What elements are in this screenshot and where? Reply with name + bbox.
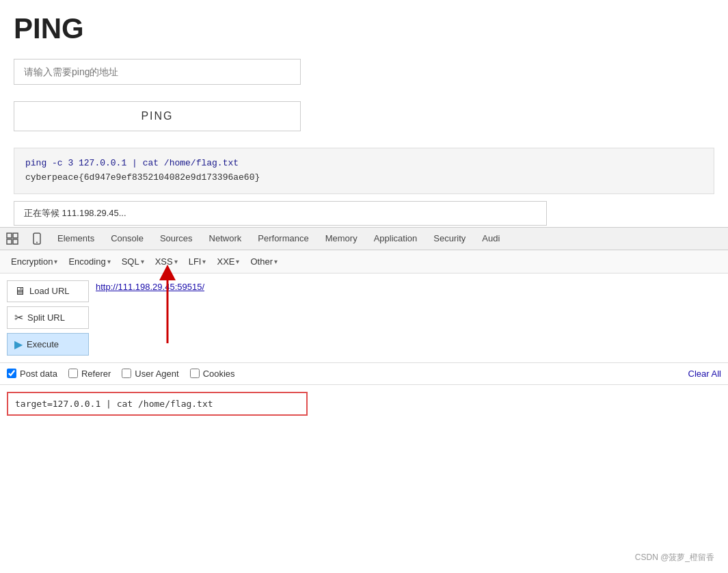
sql-arrow-icon: ▾	[141, 258, 144, 265]
hackbar-left-buttons: 🖥 Load URL ✂ Split URL ▶ Execute	[7, 280, 89, 356]
post-data-checkbox-group: Post data	[7, 369, 57, 379]
svg-rect-5	[13, 239, 18, 244]
status-bar: 正在等候 111.198.29.45...	[14, 201, 547, 226]
user-agent-checkbox-group: User Agent	[122, 369, 178, 379]
hackbar-toolbar: Encryption ▾ Encoding ▾ SQL ▾ XSS ▾ LFI …	[0, 250, 728, 274]
terminal-command: ping -c 3 127.0.0.1 | cat /home/flag.txt	[25, 157, 703, 171]
hackbar-btn-other[interactable]: Other ▾	[246, 254, 282, 269]
hackbar-btn-xxe[interactable]: XXE ▾	[213, 254, 243, 269]
user-agent-label: User Agent	[135, 369, 178, 379]
devtools-tab-console[interactable]: Console	[108, 232, 146, 245]
devtools-tab-performance[interactable]: Performance	[255, 232, 311, 245]
xss-arrow-icon: ▾	[174, 258, 178, 265]
terminal-result: cyberpeace{6d947e9ef8352104082e9d173396a…	[25, 171, 703, 185]
devtools-tab-memory[interactable]: Memory	[323, 232, 360, 245]
ping-input-area	[0, 52, 728, 92]
user-agent-checkbox[interactable]	[122, 369, 131, 378]
svg-rect-3	[7, 239, 12, 244]
hackbar-target-row	[0, 385, 728, 423]
split-url-button[interactable]: ✂ Split URL	[7, 306, 89, 329]
devtools-tab-sources[interactable]: Sources	[157, 232, 196, 245]
cookies-checkbox[interactable]	[190, 369, 200, 378]
devtools-tab-audits[interactable]: Audi	[479, 232, 502, 245]
hackbar-bottom-row: Post data Referer User Agent Cookies Cle…	[0, 363, 728, 385]
execute-button[interactable]: ▶ Execute	[7, 333, 89, 356]
execute-icon: ▶	[14, 338, 23, 351]
lfi-arrow-icon: ▾	[202, 258, 206, 265]
page-title: PING	[0, 0, 728, 52]
referer-checkbox[interactable]	[68, 369, 78, 378]
hackbar-btn-encryption[interactable]: Encryption ▾	[7, 254, 62, 269]
ping-button-area: PING	[0, 92, 728, 141]
load-url-button[interactable]: 🖥 Load URL	[7, 280, 89, 302]
devtools-tab-network[interactable]: Network	[206, 232, 245, 245]
encoding-arrow-icon: ▾	[107, 258, 111, 265]
load-url-icon: 🖥	[14, 285, 25, 297]
devtools-tab-elements[interactable]: Elements	[55, 232, 97, 245]
hackbar-url-area: http://111.198.29.45:59515/	[96, 280, 721, 356]
encryption-arrow-icon: ▾	[54, 258, 57, 265]
hackbar-btn-sql[interactable]: SQL ▾	[118, 254, 148, 269]
csdn-watermark: CSDN @菠萝_橙留香	[635, 552, 714, 563]
xxe-arrow-icon: ▾	[236, 258, 239, 265]
devtools-tab-security[interactable]: Security	[431, 232, 468, 245]
hackbar-content: 🖥 Load URL ✂ Split URL ▶ Execute http://…	[0, 274, 728, 363]
svg-rect-2	[7, 233, 12, 238]
hackbar-target-input[interactable]	[7, 392, 308, 416]
cookies-checkbox-group: Cookies	[190, 369, 235, 379]
devtools-tab-application[interactable]: Application	[371, 232, 420, 245]
post-data-label: Post data	[20, 369, 57, 379]
devtools-mobile-icon[interactable]	[30, 232, 44, 245]
terminal-output: ping -c 3 127.0.0.1 | cat /home/flag.txt…	[14, 148, 714, 194]
hackbar-btn-lfi[interactable]: LFI ▾	[185, 254, 211, 269]
svg-rect-4	[13, 233, 18, 238]
referer-checkbox-group: Referer	[68, 369, 111, 379]
hackbar-url-link[interactable]: http://111.198.29.45:59515/	[96, 282, 204, 292]
split-url-icon: ✂	[14, 311, 23, 324]
devtools-bar: Elements Console Sources Network Perform…	[0, 227, 728, 250]
cookies-label: Cookies	[203, 369, 235, 379]
svg-point-7	[36, 241, 38, 243]
page-wrapper: PING PING ping -c 3 127.0.0.1 | cat /hom…	[0, 0, 728, 573]
post-data-checkbox[interactable]	[7, 369, 16, 378]
other-arrow-icon: ▾	[274, 258, 278, 265]
devtools-inspect-icon[interactable]	[5, 232, 19, 245]
ping-submit-button[interactable]: PING	[14, 101, 301, 131]
hackbar-btn-encoding[interactable]: Encoding ▾	[64, 254, 114, 269]
ping-address-input[interactable]	[14, 59, 301, 85]
hackbar-btn-xss[interactable]: XSS ▾	[151, 254, 182, 269]
referer-label: Referer	[81, 369, 111, 379]
clear-all-button[interactable]: Clear All	[688, 369, 721, 379]
